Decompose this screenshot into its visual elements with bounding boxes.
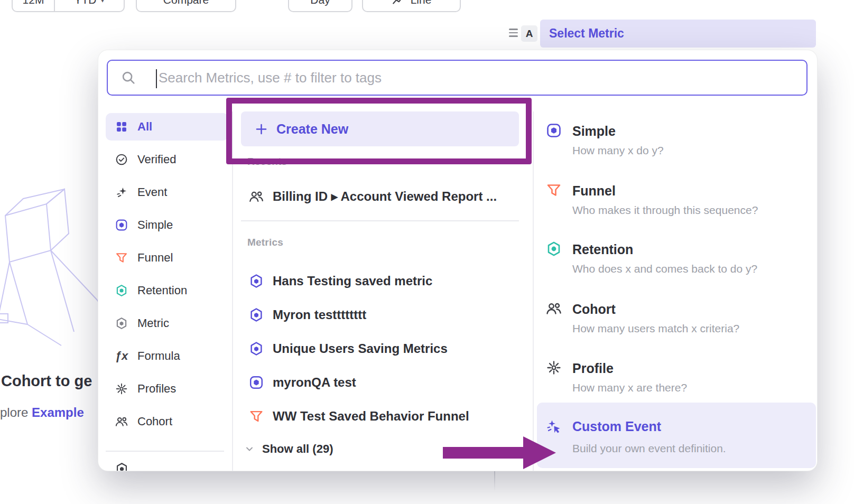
metric-type-title: Profile (572, 361, 614, 376)
column-divider (533, 111, 534, 471)
range-12m-label: 12M (23, 0, 44, 6)
simple-icon (115, 218, 128, 232)
range-ytd-button[interactable]: YTD▾ (54, 0, 124, 11)
sidebar-item-funnel[interactable]: Funnel (106, 244, 228, 272)
metric-type-description: Build your own event definition. (572, 442, 726, 455)
metric-type-title: Cohort (572, 302, 616, 317)
chevron-down-icon (244, 444, 255, 454)
saved-metric-item[interactable]: Myron testttttttt (241, 302, 519, 328)
metric-type-profile[interactable]: Profile How many x are there? (537, 354, 816, 403)
series-a-badge: A (521, 25, 537, 42)
saved-metric-item[interactable]: myronQA test (241, 370, 519, 395)
sidebar-item-retention[interactable]: Retention (106, 277, 228, 304)
metric-hexagon-icon (248, 273, 264, 289)
metric-type-description: How many x do y? (572, 144, 664, 157)
retention-icon (115, 284, 128, 297)
metric-type-description: How many x are there? (572, 381, 687, 394)
background-heading-fragment: Cohort to ge (1, 372, 92, 390)
saved-metric-label: Unique Users Saving Metrics (273, 341, 448, 356)
drag-handle-icon[interactable] (509, 29, 518, 37)
simple-icon (545, 122, 562, 139)
sidebar-item-label: Verified (137, 153, 176, 166)
create-new-button[interactable]: Create New (241, 111, 519, 146)
create-new-label: Create New (276, 122, 348, 137)
metric-type-title: Funnel (572, 183, 616, 199)
saved-metric-item[interactable]: Unique Users Saving Metrics (241, 336, 519, 361)
body-fragment: plore (0, 405, 32, 419)
sidebar-item-label: Metric (137, 316, 169, 330)
text-cursor (156, 69, 157, 88)
sidebar-item-all[interactable]: All (106, 113, 228, 141)
sidebar-item-label: Event (137, 185, 167, 199)
verified-badge-icon (115, 153, 128, 166)
retention-icon (545, 240, 562, 257)
range-ytd-label: YTD (74, 0, 96, 6)
metric-type-description: How many users match x criteria? (572, 322, 739, 335)
metric-hexagon-icon (248, 307, 264, 323)
section-divider (241, 220, 519, 221)
sidebar-item-label: All (137, 120, 152, 134)
show-all-label: Show all (29) (262, 442, 333, 456)
metric-type-retention[interactable]: Retention Who does x and comes back to d… (537, 235, 816, 284)
grid-icon (115, 120, 128, 134)
sidebar-item-label: Cohort (137, 415, 172, 428)
select-metric-field[interactable]: Select Metric (540, 20, 816, 48)
line-label: Line (411, 0, 432, 6)
chart-type-line-button[interactable]: Line (362, 0, 461, 12)
chevron-down-icon: ▾ (100, 0, 104, 4)
recent-item[interactable]: Billing ID ▸ Account Viewed Report ... (241, 181, 519, 212)
compare-button[interactable]: Compare (136, 0, 236, 12)
show-all-button[interactable]: Show all (29) (244, 442, 333, 456)
search-input[interactable] (108, 61, 806, 95)
recents-heading: Recents (247, 156, 287, 167)
event-spark-icon (115, 185, 128, 199)
cohort-people-icon (248, 189, 264, 204)
date-range-segmented-control: 12M YTD▾ (12, 0, 125, 12)
sidebar-item-cohort[interactable]: Cohort (106, 408, 228, 435)
metric-type-simple[interactable]: Simple How many x do y? (537, 117, 816, 165)
sidebar-item-formula[interactable]: ƒx Formula (106, 342, 228, 370)
metric-hexagon-icon (115, 316, 128, 330)
funnel-icon (248, 408, 264, 424)
sidebar-item-metric[interactable]: Metric (106, 310, 228, 337)
sidebar-item-verified[interactable]: Verified (106, 146, 228, 173)
cohort-people-icon (115, 415, 128, 428)
sidebar-item-simple[interactable]: Simple (106, 211, 228, 239)
panel-divider (494, 468, 495, 491)
line-chart-icon (392, 0, 405, 7)
metric-type-cohort[interactable]: Cohort How many users match x criteria? (537, 295, 816, 343)
compare-label: Compare (163, 0, 209, 6)
metric-type-title: Simple (572, 124, 616, 139)
granularity-day-button[interactable]: Day (288, 0, 352, 12)
simple-icon (248, 375, 264, 390)
metric-type-funnel[interactable]: Funnel Who makes it through this sequenc… (537, 176, 816, 225)
saved-metric-label: Hans Testing saved metric (273, 274, 432, 288)
plus-icon (255, 123, 268, 136)
clipped-sidebar-icon (115, 462, 129, 471)
sidebar-item-event[interactable]: Event (106, 179, 228, 206)
funnel-icon (545, 182, 562, 199)
cohort-people-icon (545, 300, 562, 317)
metric-type-custom-event[interactable]: Custom Event Build your own event defini… (537, 403, 816, 468)
range-12m-button[interactable]: 12M (13, 0, 54, 11)
funnel-icon (115, 251, 128, 265)
custom-event-icon (545, 418, 562, 435)
recent-item-label: Billing ID ▸ Account Viewed Report ... (273, 189, 497, 204)
saved-metric-item[interactable]: WW Test Saved Behavior Funnel (241, 404, 519, 429)
formula-icon: ƒx (115, 349, 128, 363)
day-label: Day (310, 0, 330, 6)
saved-metric-item[interactable]: Hans Testing saved metric (241, 268, 519, 294)
sidebar-item-label: Formula (137, 349, 180, 363)
sidebar-item-label: Retention (137, 284, 187, 297)
saved-metric-label: myronQA test (273, 375, 356, 390)
sidebar-item-label: Simple (137, 218, 173, 232)
metric-hexagon-icon (248, 341, 264, 357)
sidebar-item-label: Funnel (137, 251, 173, 265)
category-sidebar: All Verified Event Simple Funnel Retenti… (106, 113, 228, 441)
column-divider (232, 111, 233, 471)
metric-picker-modal: All Verified Event Simple Funnel Retenti… (98, 50, 817, 471)
example-reports-link[interactable]: Example (32, 405, 84, 419)
sidebar-item-profiles[interactable]: Profiles (106, 375, 228, 403)
metric-type-title: Retention (572, 242, 633, 257)
profiles-flower-icon (115, 382, 128, 396)
